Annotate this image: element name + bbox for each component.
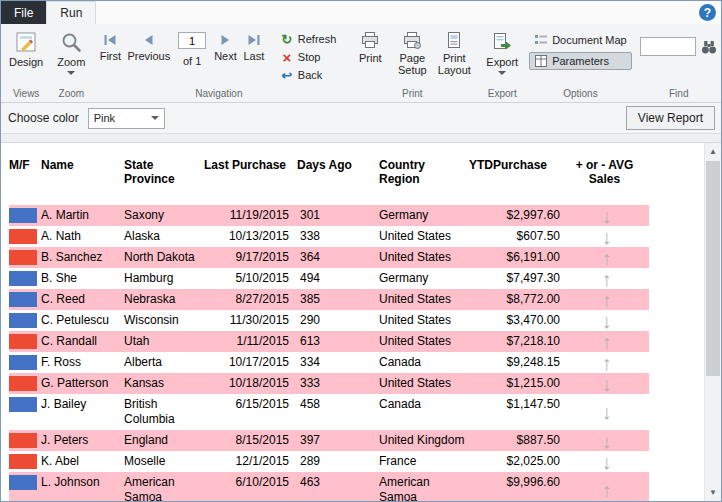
column-header-days-ago: Days Ago	[297, 156, 379, 201]
last-purchase-cell: 5/10/2015	[204, 268, 297, 289]
export-icon	[490, 30, 514, 54]
page-setup-label: Page Setup	[394, 52, 430, 76]
state-province-cell: Nebraska	[124, 289, 204, 310]
page-setup-icon	[402, 30, 422, 50]
days-ago-cell: 385	[297, 289, 379, 310]
binoculars-icon[interactable]	[700, 38, 718, 56]
find-input[interactable]	[640, 37, 696, 56]
report-canvas: M/FNameState ProvinceLast PurchaseDays A…	[1, 143, 704, 501]
ribbon-group-find: Find	[637, 25, 721, 102]
scroll-down-icon: ▼	[709, 488, 717, 497]
gender-bar-blue	[9, 208, 37, 223]
days-ago-cell: 334	[297, 352, 379, 373]
scrollbar-thumb[interactable]	[706, 161, 720, 376]
last-page-button[interactable]: Last	[240, 27, 268, 62]
stop-button[interactable]: × Stop	[275, 48, 342, 66]
table-row: G. PattersonKansas10/18/2015333United St…	[9, 373, 649, 394]
zoom-button[interactable]: Zoom	[54, 27, 88, 75]
table-row: B. SanchezNorth Dakota9/17/2015364United…	[9, 247, 649, 268]
name-cell: J. Peters	[41, 430, 124, 451]
table-row: C. PetulescuWisconsin11/30/2015290United…	[9, 310, 649, 331]
gender-cell	[9, 373, 41, 394]
gender-cell	[9, 451, 41, 472]
gender-bar-red	[9, 334, 37, 349]
view-report-button[interactable]: View Report	[626, 106, 715, 130]
vertical-scrollbar[interactable]: ▲ ▼	[704, 143, 721, 501]
gender-bar-blue	[9, 313, 37, 328]
gender-cell	[9, 352, 41, 373]
ytd-purchase-cell: $9,248.15	[469, 352, 564, 373]
table-row: C. RandallUtah1/11/2015613United States$…	[9, 331, 649, 352]
chevron-down-icon	[151, 116, 159, 120]
design-button-label: Design	[9, 56, 43, 68]
gender-cell	[9, 472, 41, 501]
down-arrow-icon: ↓	[564, 373, 649, 394]
back-button[interactable]: ↩ Back	[275, 66, 342, 84]
ytd-purchase-cell: $8,772.00	[469, 289, 564, 310]
document-map-button[interactable]: Document Map	[529, 31, 632, 49]
previous-page-button[interactable]: Previous	[124, 27, 173, 62]
magnifier-icon	[59, 30, 83, 54]
help-button[interactable]: ?	[699, 4, 716, 21]
last-purchase-cell: 8/27/2015	[204, 289, 297, 310]
options-stack: Document Map Parameters	[529, 31, 632, 70]
country-region-cell: United States	[379, 373, 469, 394]
column-header-last-purchase: Last Purchase	[204, 156, 297, 201]
parameter-splitter[interactable]	[1, 134, 721, 143]
current-page-input[interactable]	[178, 32, 206, 49]
report-viewport: M/FNameState ProvinceLast PurchaseDays A…	[1, 143, 721, 501]
parameters-button[interactable]: Parameters	[529, 52, 632, 70]
gender-cell	[9, 310, 41, 331]
gender-bar-blue	[9, 355, 37, 370]
tab-file[interactable]: File	[1, 1, 46, 24]
ribbon-group-print: Print Page Setup Print Layout Print	[346, 25, 478, 102]
next-page-button[interactable]: Next	[211, 27, 240, 62]
page-setup-button[interactable]: Page Setup	[391, 27, 433, 76]
refresh-button[interactable]: ↻ Refresh	[275, 30, 342, 48]
report-table: M/FNameState ProvinceLast PurchaseDays A…	[9, 156, 649, 501]
tab-run[interactable]: Run	[46, 1, 96, 24]
scroll-down-button[interactable]: ▼	[705, 484, 721, 501]
name-cell: J. Bailey	[41, 394, 124, 430]
gender-bar-red	[9, 250, 37, 265]
last-purchase-cell: 6/15/2015	[204, 394, 297, 430]
page-navigator: of 1	[178, 32, 206, 67]
state-province-cell: British Columbia	[124, 394, 204, 430]
name-cell: L. Johnson	[41, 472, 124, 501]
table-row: C. ReedNebraska8/27/2015385United States…	[9, 289, 649, 310]
color-dropdown-value: Pink	[94, 112, 115, 124]
color-dropdown[interactable]: Pink	[88, 108, 165, 129]
report-builder-window: File Run ? Design Views	[0, 0, 722, 502]
name-cell: C. Randall	[41, 331, 124, 352]
design-button[interactable]: Design	[6, 27, 46, 68]
state-province-cell: Alberta	[124, 352, 204, 373]
country-region-cell: France	[379, 451, 469, 472]
print-button[interactable]: Print	[349, 27, 391, 64]
state-province-cell: Alaska	[124, 226, 204, 247]
export-button[interactable]: Export	[483, 27, 521, 75]
refresh-icon: ↻	[280, 33, 294, 46]
export-group-label: Export	[483, 87, 521, 102]
export-button-label: Export	[486, 56, 518, 68]
print-layout-button[interactable]: Print Layout	[433, 27, 475, 76]
scroll-up-button[interactable]: ▲	[705, 143, 721, 160]
table-row: F. RossAlberta10/17/2015334Canada$9,248.…	[9, 352, 649, 373]
find-group-label: Find	[640, 87, 718, 102]
name-cell: G. Patterson	[41, 373, 124, 394]
ribbon-group-navigation: First Previous of 1 Next	[93, 25, 344, 102]
ytd-purchase-cell: $1,215.00	[469, 373, 564, 394]
print-layout-label: Print Layout	[436, 52, 472, 76]
state-province-cell: Hamburg	[124, 268, 204, 289]
last-purchase-cell: 8/15/2015	[204, 430, 297, 451]
chevron-down-icon	[67, 71, 75, 75]
ytd-purchase-cell: $7,497.30	[469, 268, 564, 289]
options-group-label: Options	[529, 87, 632, 102]
zoom-button-label: Zoom	[57, 56, 85, 68]
table-row: L. JohnsonAmerican Samoa6/10/2015463Amer…	[9, 472, 649, 501]
first-page-button[interactable]: First	[96, 27, 124, 62]
country-region-cell: United States	[379, 289, 469, 310]
ribbon-group-views: Design Views	[3, 25, 49, 102]
chevron-down-icon	[498, 71, 506, 75]
down-arrow-icon: ↓	[564, 201, 649, 227]
zoom-group-label: Zoom	[54, 87, 88, 102]
